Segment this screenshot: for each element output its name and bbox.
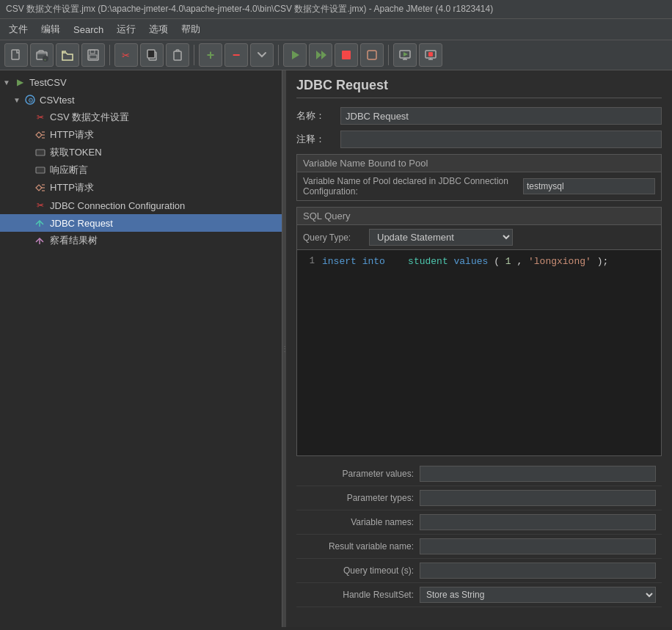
- name-row: 名称：: [296, 107, 662, 125]
- handle-result-select[interactable]: Store as String Store as Object Count Re…: [420, 587, 656, 603]
- menu-run[interactable]: 运行: [111, 21, 142, 38]
- name-input[interactable]: [340, 107, 662, 125]
- menu-bar: 文件 编辑 Search 运行 选项 帮助: [0, 19, 672, 40]
- tree-item-jdbc-request[interactable]: JDBC Request: [0, 214, 282, 232]
- svg-marker-17: [403, 52, 408, 56]
- toggle-csv: [23, 114, 34, 122]
- shutdown-button[interactable]: [360, 43, 384, 67]
- toggle-view-results: [23, 237, 34, 245]
- pool-section: Variable Name Bound to Pool Variable Nam…: [296, 154, 662, 201]
- param-values-input[interactable]: [420, 466, 656, 482]
- stop-button[interactable]: [335, 43, 358, 67]
- menu-search[interactable]: Search: [67, 22, 109, 37]
- panel-title: JDBC Request: [296, 78, 662, 98]
- kw-comma: ,: [516, 256, 528, 267]
- expand-button[interactable]: [250, 43, 274, 67]
- cut-button[interactable]: ✂: [114, 43, 138, 67]
- http1-icon: [34, 128, 47, 142]
- csv-label: CSV 数据文件设置: [50, 111, 129, 124]
- kw-insert: insert: [322, 256, 357, 267]
- tree-item-get-token[interactable]: 获取TOKEN: [0, 144, 282, 161]
- tree-item-assert[interactable]: 响应断言: [0, 161, 282, 179]
- save-button[interactable]: [81, 43, 105, 67]
- remote-run-button[interactable]: [393, 43, 417, 67]
- param-values-row: Parameter values:: [296, 462, 662, 486]
- tree-item-http1[interactable]: HTTP请求: [0, 126, 282, 144]
- separator-2: [194, 45, 194, 65]
- jdbc-config-icon: ✂: [34, 199, 47, 212]
- add-button[interactable]: +: [199, 43, 222, 67]
- tree-item-csvtest[interactable]: ▼ ⚙ CSVtest: [0, 91, 282, 109]
- svg-marker-12: [316, 51, 321, 59]
- kw-table: student: [408, 256, 448, 267]
- token-icon: [34, 146, 47, 159]
- csv-icon: ✂: [34, 111, 47, 124]
- comment-input[interactable]: [340, 131, 662, 148]
- variable-names-row: Variable names:: [296, 510, 662, 535]
- tree-item-view-results[interactable]: 察看结果树: [0, 232, 282, 249]
- http2-icon: [34, 181, 47, 194]
- tree-item-csv-datasource[interactable]: ✂ CSV 数据文件设置: [0, 109, 282, 126]
- query-type-select[interactable]: Update Statement Select Statement Callab…: [369, 229, 513, 246]
- query-timeout-input[interactable]: [420, 563, 656, 579]
- tree-item-jdbc-config[interactable]: ✂ JDBC Connection Configuration: [0, 197, 282, 214]
- csvtest-label: CSVtest: [40, 95, 75, 106]
- svg-rect-26: [36, 167, 45, 173]
- param-values-label: Parameter values:: [302, 469, 420, 479]
- toggle-jdbc-config: [23, 202, 34, 210]
- param-types-row: Parameter types:: [296, 486, 662, 510]
- kw-space2: [391, 256, 403, 267]
- query-type-row: Query Type: Update Statement Select Stat…: [297, 225, 661, 250]
- menu-file[interactable]: 文件: [3, 21, 34, 38]
- toggle-testcsv: ▼: [3, 78, 13, 87]
- svg-rect-0: [12, 50, 19, 59]
- pool-variable-input[interactable]: [523, 178, 655, 194]
- svg-rect-6: [90, 55, 97, 59]
- toggle-http1: [23, 131, 34, 139]
- svg-text:⚙: ⚙: [28, 97, 34, 104]
- open-button[interactable]: [56, 43, 79, 67]
- start-no-pause-button[interactable]: [309, 43, 332, 67]
- paste-button[interactable]: [166, 43, 189, 67]
- token-label: 获取TOKEN: [50, 146, 102, 159]
- http1-label: HTTP请求: [50, 128, 94, 142]
- code-content-1: insert into student values ( 1 , 'longxi…: [322, 256, 658, 267]
- name-label: 名称：: [296, 109, 340, 122]
- toggle-token: [23, 149, 34, 157]
- pool-section-header: Variable Name Bound to Pool: [297, 155, 661, 172]
- kw-paren1: (: [494, 256, 500, 267]
- testcsv-label: TestCSV: [29, 77, 67, 88]
- svg-rect-25: [36, 150, 45, 155]
- copy-button[interactable]: [140, 43, 164, 67]
- remote-stop-button[interactable]: [419, 43, 442, 67]
- code-editor[interactable]: 1 insert into student values ( 1 , 'long…: [297, 250, 661, 455]
- kw-values: values: [454, 256, 489, 267]
- view-results-label: 察看结果树: [50, 234, 98, 247]
- svg-marker-11: [292, 51, 299, 59]
- title-text: CSV 数据文件设置.jmx (D:\apache-jmeter-4.0\apa…: [6, 4, 493, 14]
- svg-rect-10: [174, 51, 181, 60]
- svg-marker-13: [321, 51, 326, 59]
- start-button[interactable]: [283, 43, 307, 67]
- http2-label: HTTP请求: [50, 181, 94, 194]
- menu-edit[interactable]: 编辑: [35, 21, 66, 38]
- line-number-1: 1: [300, 256, 322, 266]
- remove-button[interactable]: −: [224, 43, 248, 67]
- open-template-button[interactable]: +: [30, 43, 54, 67]
- csvtest-icon: ⚙: [23, 93, 37, 106]
- menu-help[interactable]: 帮助: [175, 21, 206, 38]
- separator-1: [109, 45, 110, 65]
- menu-options[interactable]: 选项: [143, 21, 174, 38]
- result-var-input[interactable]: [420, 538, 656, 554]
- tree-item-http2[interactable]: HTTP请求: [0, 179, 282, 197]
- query-type-label: Query Type:: [303, 232, 362, 243]
- new-button[interactable]: [4, 43, 28, 67]
- sql-section: SQL Query Query Type: Update Statement S…: [296, 207, 662, 456]
- params-section: Parameter values: Parameter types: Varia…: [296, 462, 662, 607]
- tree-item-testcsv[interactable]: ▼ ▶ TestCSV: [0, 73, 282, 91]
- variable-names-input[interactable]: [420, 514, 656, 530]
- assert-icon: [34, 164, 47, 177]
- main-layout: ▼ ▶ TestCSV ▼ ⚙ CSVtest ✂ CSV 数据文件设置 HTT…: [0, 70, 672, 627]
- svg-rect-14: [342, 51, 351, 59]
- param-types-input[interactable]: [420, 490, 656, 506]
